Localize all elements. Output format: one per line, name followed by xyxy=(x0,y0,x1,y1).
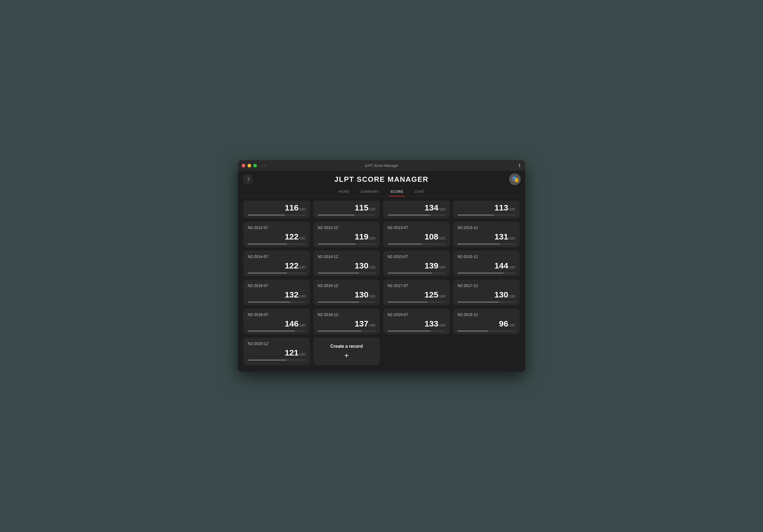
card-label: N2-2014-12 xyxy=(318,255,376,259)
card-score: 122 xyxy=(285,232,299,241)
score-card-N2-2017-12[interactable]: N2-2017-12 130/180 xyxy=(453,279,520,305)
card-score: 119 xyxy=(355,232,369,241)
card-progress-fill xyxy=(387,331,430,332)
score-card-N2-2012-07[interactable]: N2-2012-07 122/180 xyxy=(243,222,310,247)
score-card-N2-2015-07[interactable]: N2-2015-07 139/180 xyxy=(383,251,450,276)
card-score: 139 xyxy=(425,261,438,270)
cards-grid: N2-2012-07 122/180 N2-2012-12 119/180 N2… xyxy=(243,222,520,365)
partial-card-3[interactable]: 134/180 xyxy=(383,201,450,218)
card-progress-fill xyxy=(318,331,362,332)
card-max: /180 xyxy=(438,236,445,240)
card-label: N2-2014-07 xyxy=(248,255,305,259)
card-score-line: 132/180 xyxy=(248,290,305,299)
score-card-N2-2013-12[interactable]: N2-2013-12 131/180 xyxy=(453,222,520,247)
card-max: /180 xyxy=(369,236,376,240)
score-card-N2-2013-07[interactable]: N2-2013-07 108/180 xyxy=(383,222,450,247)
progress-fill xyxy=(387,215,430,215)
card-score: 96 xyxy=(499,319,508,328)
content-area: 116/180 115/180 134/180 xyxy=(238,196,525,372)
card-label: N2-2019-12 xyxy=(458,312,515,317)
card-label: N2-2017-07 xyxy=(387,283,445,288)
card-max: /180 xyxy=(299,265,305,269)
card-label: N2-2012-12 xyxy=(318,225,376,230)
score-card-N2-2015-12[interactable]: N2-2015-12 144/180 xyxy=(453,251,520,276)
partial-score-line-1: 116/180 xyxy=(248,203,305,212)
card-progress-fill xyxy=(458,331,488,332)
score-card-N2-2019-12[interactable]: N2-2019-12 96/180 xyxy=(453,309,520,334)
tab-summary[interactable]: SUMMARY xyxy=(359,187,381,196)
partial-score-line-4: 113/180 xyxy=(458,203,515,212)
maximize-button[interactable] xyxy=(253,164,257,167)
score-card-N2-2016-12[interactable]: N2-2016-12 130/180 xyxy=(313,279,380,305)
partial-card-1[interactable]: 116/180 xyxy=(243,201,310,218)
partial-card-4[interactable]: 113/180 xyxy=(453,201,520,218)
score-card-N2-2019-07[interactable]: N2-2019-07 133/180 xyxy=(383,309,450,334)
card-progress-bar xyxy=(387,331,445,332)
card-score: 130 xyxy=(355,290,369,299)
forward-arrow[interactable]: › xyxy=(265,163,266,168)
card-label: N2-2013-12 xyxy=(458,225,515,230)
tab-score[interactable]: SCORE xyxy=(389,187,405,196)
card-score-line: 122/180 xyxy=(248,261,305,270)
card-progress-fill xyxy=(458,272,503,273)
score-card-N2-2016-07[interactable]: N2-2016-07 132/180 xyxy=(243,279,310,305)
card-max: /180 xyxy=(369,323,376,327)
back-arrow[interactable]: ‹ xyxy=(261,163,263,168)
create-record-label: Create a record xyxy=(330,344,363,349)
score-card-N2-2014-12[interactable]: N2-2014-12 130/180 xyxy=(313,251,380,276)
share-icon[interactable]: ⬆ xyxy=(518,163,521,168)
card-label: N2-2016-12 xyxy=(318,283,376,288)
tab-home[interactable]: HOME xyxy=(337,187,351,196)
card-score-line: 133/180 xyxy=(387,319,445,328)
minimize-button[interactable] xyxy=(248,164,251,167)
card-max: /180 xyxy=(508,265,515,269)
card-label: N2-2018-12 xyxy=(318,312,376,317)
score-card-N2-2012-12[interactable]: N2-2012-12 119/180 xyxy=(313,222,380,247)
card-progress-bar xyxy=(318,331,376,332)
score-card-N2-2014-07[interactable]: N2-2014-07 122/180 xyxy=(243,251,310,276)
avatar[interactable]: 🎭 xyxy=(509,173,521,185)
partial-score-line-2: 115/180 xyxy=(318,203,376,212)
nav-tabs: HOME SUMMARY SCORE CHAT xyxy=(238,187,525,196)
progress-bar xyxy=(318,215,376,215)
card-max: /180 xyxy=(299,236,305,240)
card-score: 108 xyxy=(425,232,438,241)
card-score-line: 121/180 xyxy=(248,348,305,358)
score-card-N2-2020-12[interactable]: N2-2020-12 121/180 xyxy=(243,338,310,365)
card-progress-bar xyxy=(458,244,515,245)
score-card-N2-2018-12[interactable]: N2-2018-12 137/180 xyxy=(313,309,380,334)
card-score: 130 xyxy=(494,290,508,299)
card-label: N2-2017-12 xyxy=(458,283,515,288)
card-progress-fill xyxy=(248,272,287,273)
card-max: /180 xyxy=(508,323,515,327)
card-progress-fill xyxy=(248,244,287,245)
dark-mode-button[interactable]: ☽ xyxy=(243,174,252,184)
card-max: /180 xyxy=(299,352,305,356)
traffic-lights xyxy=(242,164,257,167)
card-label: N2-2015-12 xyxy=(458,255,515,259)
card-max: /180 xyxy=(438,323,445,327)
title-bar: ‹ › JLPT Score Manager ⬆ xyxy=(238,160,525,171)
card-progress-bar xyxy=(387,272,445,273)
create-record-card[interactable]: Create a record + xyxy=(313,338,380,365)
card-score-line: 139/180 xyxy=(387,261,445,270)
card-score: 122 xyxy=(285,261,299,270)
score-card-N2-2018-07[interactable]: N2-2018-07 146/180 xyxy=(243,309,310,334)
card-score: 121 xyxy=(285,348,299,357)
tab-chat[interactable]: CHAT xyxy=(413,187,426,196)
card-score-line: 119/180 xyxy=(318,232,376,242)
card-score: 132 xyxy=(285,290,299,299)
close-button[interactable] xyxy=(242,164,245,167)
card-progress-bar xyxy=(318,272,376,273)
card-max: /180 xyxy=(438,265,445,269)
score-card-N2-2017-07[interactable]: N2-2017-07 125/180 xyxy=(383,279,450,305)
avatar-image: 🎭 xyxy=(511,176,519,183)
moon-icon: ☽ xyxy=(245,176,250,182)
partial-card-2[interactable]: 115/180 xyxy=(313,201,380,218)
card-label: N2-2013-07 xyxy=(387,225,445,230)
card-label: N2-2018-07 xyxy=(248,312,305,317)
card-progress-fill xyxy=(318,272,359,273)
card-max: /180 xyxy=(369,265,376,269)
progress-bar xyxy=(248,215,305,215)
card-score-line: 146/180 xyxy=(248,319,305,328)
